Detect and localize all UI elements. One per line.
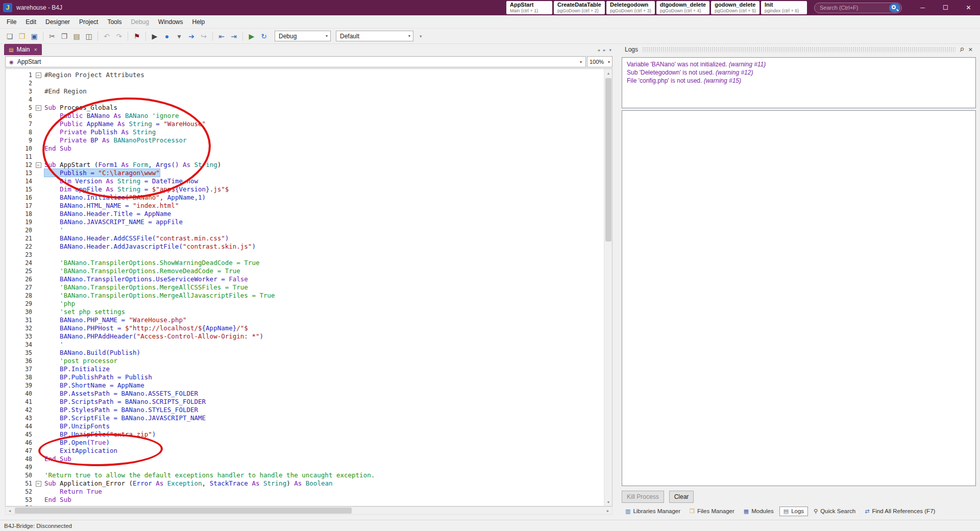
code-line[interactable]: 26 BANano.TranspilerOptions.UseServiceWo… (6, 275, 604, 283)
step-over-icon[interactable]: ➔ (186, 31, 197, 42)
code-line[interactable]: 28 'BANano.TranspilerOptions.MergeAllJav… (6, 292, 604, 300)
toolbar-overflow-icon[interactable]: ▾ (420, 34, 422, 39)
log-message[interactable]: File 'config.php' is not used. (warning … (627, 77, 971, 85)
code-line[interactable]: 29 'php (6, 300, 604, 308)
fold-toggle-icon[interactable]: − (36, 105, 41, 111)
search-icon[interactable] (889, 4, 900, 12)
code-line[interactable]: 33 BANano.PHPAddHeader("Access-Control-A… (6, 332, 604, 341)
code-line[interactable]: 20 ' (6, 226, 604, 234)
quick-sub-button[interactable]: AppStartMain (ctrl + 1) (506, 1, 552, 14)
fold-toggle-icon[interactable]: − (36, 481, 41, 487)
log-message[interactable]: Sub 'Deletegodown' is not used. (warning… (627, 68, 971, 77)
horizontal-scrollbar-thumb[interactable] (15, 508, 352, 514)
indent-icon[interactable]: ⇥ (228, 31, 239, 42)
code-line[interactable]: 41 BP.ScriptsPath = BANano.SCRIPTS_FOLDE… (6, 398, 604, 406)
paste-icon[interactable]: ▤ (71, 31, 82, 42)
minimize-button[interactable]: ─ (911, 0, 934, 15)
fold-toggle-icon[interactable]: − (36, 162, 41, 168)
close-button[interactable]: ✕ (957, 0, 980, 15)
save-icon[interactable]: ▣ (29, 31, 40, 42)
code-line[interactable]: 15 Dim appFile As String = $"app${Versio… (6, 185, 604, 194)
scroll-left-icon[interactable]: ◄ (6, 506, 14, 515)
menu-windows[interactable]: Windows (154, 16, 188, 28)
sub-selector-dropdown[interactable]: ◉ AppStart ▾ (5, 56, 586, 67)
compiler-warning-list[interactable]: Variable 'BANano' was not initialized. (… (622, 57, 976, 108)
code-line[interactable]: 34 ' (6, 341, 604, 349)
code-line[interactable]: 12−Sub AppStart (Form1 As Form, Args() A… (6, 161, 604, 169)
code-line[interactable]: 46 BP.Open(True) (6, 439, 604, 447)
code-line[interactable]: 49 (6, 463, 604, 471)
scroll-up-icon[interactable]: ▲ (604, 69, 612, 77)
undo-icon[interactable]: ↶ (101, 31, 112, 42)
log-output-area[interactable] (622, 110, 976, 486)
quick-sub-button[interactable]: DeletegodownpgGoDown (ctrl + 3) (606, 1, 655, 14)
code-line[interactable]: 2 (6, 79, 604, 87)
tab-scroll-left-icon[interactable]: ◂ (597, 47, 600, 53)
code-line[interactable]: 4 (6, 95, 604, 104)
code-line[interactable]: 11 (6, 153, 604, 161)
search-input[interactable] (820, 5, 889, 11)
tab-main[interactable]: ▤ Main × (4, 44, 42, 55)
code-line[interactable]: 50'Return true to allow the default exce… (6, 471, 604, 479)
breakpoint-icon[interactable]: ● (161, 31, 173, 42)
compile-icon[interactable]: ▶ (246, 31, 257, 42)
refresh-icon[interactable]: ↻ (258, 31, 270, 42)
menu-edit[interactable]: Edit (21, 16, 41, 28)
fold-toggle-icon[interactable]: − (36, 73, 41, 78)
code-line[interactable]: 39 BP.ShortName = AppName (6, 381, 604, 390)
code-line[interactable]: 40 BP.AssetsPath = BANano.ASSETS_FOLDER (6, 390, 604, 398)
code-line[interactable]: 36 'post processor (6, 357, 604, 365)
pin-icon[interactable]: ⚲ (958, 45, 965, 53)
tab-list-icon[interactable]: ▾ (609, 47, 611, 53)
code-line[interactable]: 32 BANano.PHPHost = $"http://localhost/$… (6, 324, 604, 332)
code-line[interactable]: 17 BANano.HTML_NAME = "index.html" (6, 202, 604, 210)
code-line[interactable]: 30 'set php settings (6, 308, 604, 316)
menu-tools[interactable]: Tools (103, 16, 126, 28)
code-line[interactable]: 8 Private Publish As String (6, 128, 604, 136)
menu-debug[interactable]: Debug (126, 16, 153, 28)
code-line[interactable]: 19 BANano.JAVASCRIPT_NAME = appFile (6, 218, 604, 226)
code-line[interactable]: 44 BP.UnzipFonts (6, 422, 604, 430)
menu-project[interactable]: Project (75, 16, 103, 28)
menu-help[interactable]: Help (188, 16, 210, 28)
panel-tab-logs[interactable]: ▤Logs (779, 506, 808, 516)
split-view-icon[interactable]: ◫ (83, 31, 94, 42)
zoom-selector-dropdown[interactable]: 100% ▾ (587, 56, 612, 67)
quick-sub-button[interactable]: godown_deletepgGoDown (ctrl + 5) (711, 1, 760, 14)
panel-tab-libraries-manager[interactable]: ▥Libraries Manager (622, 507, 684, 516)
code-line[interactable]: 25 'BANano.TranspilerOptions.RemoveDeadC… (6, 267, 604, 275)
titlebar-search[interactable] (814, 3, 902, 13)
run-icon[interactable]: ▶ (149, 31, 160, 42)
panel-tab-files-manager[interactable]: ❒Files Manager (686, 507, 738, 516)
redo-icon[interactable]: ↷ (113, 31, 125, 42)
code-line[interactable]: 18 BANano.Header.Title = AppName (6, 210, 604, 218)
copy-icon[interactable]: ❐ (59, 31, 70, 42)
code-line[interactable]: 1−#Region Project Attributes (6, 71, 604, 79)
code-line[interactable]: 27 'BANano.TranspilerOptions.MergeAllCSS… (6, 283, 604, 292)
maximize-button[interactable]: ☐ (934, 0, 957, 15)
menu-file[interactable]: File (2, 16, 21, 28)
code-line[interactable]: 14 Dim Version As String = DateTime.now (6, 177, 604, 185)
code-line[interactable]: 22 BANano.Header.AddJavascriptFile("cont… (6, 243, 604, 251)
scroll-down-icon[interactable]: ▼ (604, 498, 612, 506)
code-line[interactable]: 3#End Region (6, 87, 604, 95)
code-line[interactable]: 37 BP.Initialize (6, 365, 604, 373)
vertical-scrollbar[interactable]: ▲ ▼ (604, 69, 612, 506)
cut-icon[interactable]: ✂ (46, 31, 58, 42)
code-line[interactable]: 31 BANano.PHP_NAME = "WareHouse.php" (6, 316, 604, 324)
code-line[interactable]: 45 BP.UnzipFile("extra.zip") (6, 430, 604, 439)
code-line[interactable]: 42 BP.StylesPath = BANano.STYLES_FOLDER (6, 406, 604, 414)
clear-logs-button[interactable]: Clear (669, 491, 694, 503)
quick-sub-button[interactable]: Initpgindex (ctrl + 6) (761, 1, 807, 14)
code-line[interactable]: 53End Sub (6, 496, 604, 504)
code-line[interactable]: 21 BANano.Header.AddCSSFile("contrast.mi… (6, 234, 604, 243)
open-folder-icon[interactable]: ❒ (16, 31, 28, 42)
code-line[interactable]: 52 Return True (6, 488, 604, 496)
tab-close-icon[interactable]: × (34, 46, 37, 53)
code-line[interactable]: 23 (6, 251, 604, 259)
code-line[interactable]: 7 Public AppName As String = "WareHouse" (6, 120, 604, 128)
code-line[interactable]: 38 BP.PublishPath = Publish (6, 373, 604, 381)
code-line[interactable]: 16 BANano.Initialize("BANano", AppName,1… (6, 194, 604, 202)
code-line[interactable]: 24 'BANano.TranspilerOptions.ShowWarning… (6, 259, 604, 267)
kill-process-button[interactable]: Kill Process (622, 491, 664, 503)
